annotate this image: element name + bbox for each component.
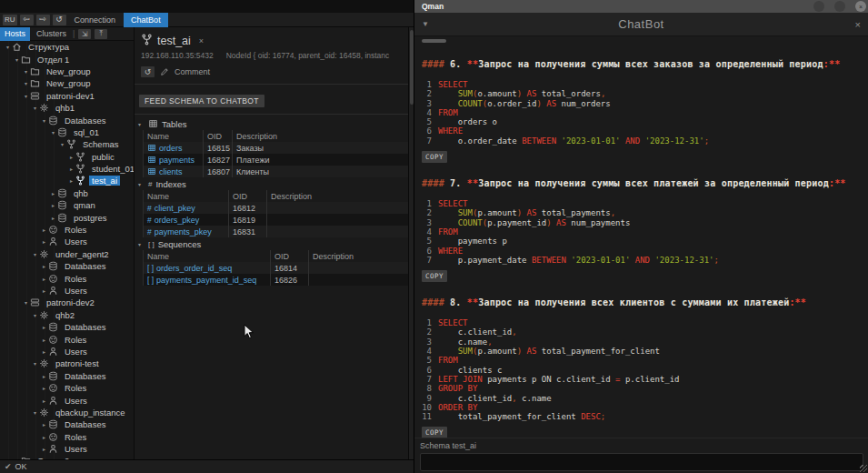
tree-item-users[interactable]: ▸Users: [0, 285, 134, 297]
table-row-orders-pkey[interactable]: #orders_pkey16819: [144, 214, 408, 226]
object-name-cell[interactable]: [ ]orders_order_id_seq: [144, 262, 271, 274]
expanded-arrow-icon[interactable]: ▾: [138, 241, 145, 247]
expanded-arrow-icon[interactable]: ▾: [22, 68, 30, 75]
copy-button[interactable]: COPY: [422, 427, 447, 438]
collapsed-arrow-icon[interactable]: ▸: [40, 421, 48, 428]
expanded-arrow-icon[interactable]: ▾: [4, 44, 12, 50]
expanded-arrow-icon[interactable]: ▾: [22, 93, 30, 99]
section-header-tables[interactable]: ▾Tables: [135, 117, 408, 130]
expanded-arrow-icon[interactable]: ▾: [31, 105, 39, 111]
collapsed-arrow-icon[interactable]: ▸: [40, 263, 48, 269]
section-header-sequences[interactable]: ▾[ ]Sequences: [135, 237, 408, 250]
expanded-arrow-icon[interactable]: ▾: [31, 251, 39, 257]
chevron-down-icon[interactable]: ▼: [422, 20, 429, 28]
nav-forward-button[interactable]: ⇨: [36, 15, 50, 25]
tree-item-roles[interactable]: ▸Roles: [0, 333, 134, 345]
object-name-cell[interactable]: #client_pkey: [144, 202, 229, 214]
expanded-arrow-icon[interactable]: ▾: [31, 409, 39, 416]
section-header-indexes[interactable]: ▾#Indexes: [135, 177, 408, 190]
collapsed-arrow-icon[interactable]: ▸: [49, 215, 57, 221]
tab-clusters[interactable]: Clusters: [34, 29, 69, 38]
column-header-description[interactable]: Description: [267, 190, 408, 202]
expanded-arrow-icon[interactable]: ▾: [31, 360, 39, 367]
tree-item-roles[interactable]: ▸Roles: [0, 431, 134, 443]
resize-grip[interactable]: [860, 465, 867, 472]
tree-item-under-agent2[interactable]: ▾under_agent2: [0, 248, 134, 260]
column-header-oid[interactable]: OID: [271, 250, 309, 262]
expanded-arrow-icon[interactable]: ▾: [22, 299, 30, 306]
collapsed-arrow-icon[interactable]: ▸: [40, 446, 48, 452]
expanded-arrow-icon[interactable]: ▾: [22, 80, 30, 86]
column-header-oid[interactable]: OID: [229, 190, 267, 202]
tree-item-patroni-dev2[interactable]: ▾patroni-dev2: [0, 297, 134, 308]
collapsed-arrow-icon[interactable]: ▸: [40, 398, 48, 404]
collapsed-arrow-icon[interactable]: ▸: [67, 154, 75, 160]
tree-item-users[interactable]: ▸Users: [0, 236, 134, 247]
column-header-name[interactable]: Name: [144, 190, 229, 202]
collapsed-arrow-icon[interactable]: ▸: [40, 324, 48, 330]
chat-scrollbar-thumb[interactable]: [422, 39, 446, 43]
copy-button[interactable]: COPY: [422, 270, 447, 282]
table-row-orders[interactable]: orders16815Заказы: [144, 142, 408, 154]
collapse-all-button[interactable]: ⇲: [78, 29, 91, 39]
tree-item-databases[interactable]: ▸Databases: [0, 321, 134, 333]
tab-chatbot[interactable]: ChatBot: [124, 13, 168, 27]
feed-schema-button[interactable]: FEED SCHEMA TO CHATBOT: [139, 95, 264, 107]
collapsed-arrow-icon[interactable]: ▸: [49, 202, 57, 208]
tree-item-roles[interactable]: ▸Roles: [0, 382, 134, 394]
tree-item-qbackup-instance[interactable]: ▾qbackup_instance: [0, 407, 134, 418]
collapsed-arrow-icon[interactable]: ▸: [40, 337, 48, 343]
collapsed-arrow-icon[interactable]: ▸: [40, 434, 48, 440]
collapsed-arrow-icon[interactable]: ▸: [67, 166, 75, 172]
column-header-name[interactable]: Name: [144, 130, 204, 142]
tree-item-roles[interactable]: ▸Roles: [0, 224, 134, 236]
table-row-clients[interactable]: clients16807Клиенты: [144, 166, 408, 177]
tree-item-new-group[interactable]: ▾New_group: [0, 77, 134, 89]
tree-item-new-group[interactable]: ▾New_group: [0, 65, 134, 77]
nav-back-button[interactable]: ⇦: [20, 15, 34, 25]
collapsed-arrow-icon[interactable]: ▸: [40, 373, 48, 379]
tree-item-qhb2[interactable]: ▾qhb2: [0, 309, 134, 321]
expanded-arrow-icon[interactable]: ▾: [31, 312, 39, 318]
table-row-payments-pkey[interactable]: #payments_pkey16831: [144, 226, 408, 237]
expand-top-button[interactable]: ⤒: [95, 29, 107, 39]
tree-item-test-ai[interactable]: ▸test_ai: [0, 175, 134, 186]
refresh-button[interactable]: ↺: [53, 15, 66, 25]
expanded-arrow-icon[interactable]: ▾: [58, 141, 66, 147]
tree-item-public[interactable]: ▸public: [0, 151, 134, 163]
object-name-cell[interactable]: payments: [144, 154, 204, 166]
object-name-cell[interactable]: #payments_pkey: [144, 226, 229, 237]
tree-item-users[interactable]: ▸Users: [0, 443, 134, 455]
comment-label[interactable]: Comment: [175, 67, 210, 76]
close-button[interactable]: ×: [855, 1, 866, 12]
language-button[interactable]: RU: [3, 15, 17, 25]
object-name-cell[interactable]: #orders_pkey: [144, 214, 229, 226]
table-row-payments[interactable]: payments16827Платежи: [144, 154, 408, 166]
column-header-description[interactable]: Description: [233, 130, 408, 142]
tree-item-sql-01[interactable]: ▾sql_01: [0, 126, 134, 138]
collapsed-arrow-icon[interactable]: ▸: [40, 226, 48, 233]
tree-item-postgres[interactable]: ▸postgres: [0, 211, 134, 223]
tree-item-roles[interactable]: ▸Roles: [0, 272, 134, 284]
object-name-cell[interactable]: [ ]payments_payment_id_seq: [144, 274, 271, 286]
collapsed-arrow-icon[interactable]: ▸: [67, 177, 75, 184]
tree-item-patroni-test[interactable]: ▾patroni-test: [0, 357, 134, 369]
tree-item-databases[interactable]: ▾Databases: [0, 114, 134, 126]
object-name-cell[interactable]: clients: [144, 166, 204, 177]
chat-message-input[interactable]: [420, 453, 863, 471]
expanded-arrow-icon[interactable]: ▾: [138, 121, 145, 127]
expanded-arrow-icon[interactable]: ▾: [13, 56, 21, 63]
maximize-button[interactable]: [834, 1, 845, 12]
object-name-cell[interactable]: orders: [144, 142, 204, 154]
tree-item-databases[interactable]: ▸Databases: [0, 418, 134, 430]
tree-item-databases[interactable]: ▸Databases: [0, 370, 134, 382]
tree-item-qhb1[interactable]: ▾qhb1: [0, 102, 134, 114]
expanded-arrow-icon[interactable]: ▾: [40, 117, 48, 124]
table-row-payments-payment-id-seq[interactable]: [ ]payments_payment_id_seq16826: [144, 274, 408, 286]
collapsed-arrow-icon[interactable]: ▸: [49, 190, 57, 196]
expanded-arrow-icon[interactable]: ▾: [138, 181, 145, 187]
copy-button[interactable]: COPY: [422, 151, 447, 163]
schema-tab-close-icon[interactable]: ×: [199, 36, 204, 45]
expanded-arrow-icon[interactable]: ▾: [49, 129, 57, 136]
minimize-button[interactable]: [813, 1, 824, 12]
